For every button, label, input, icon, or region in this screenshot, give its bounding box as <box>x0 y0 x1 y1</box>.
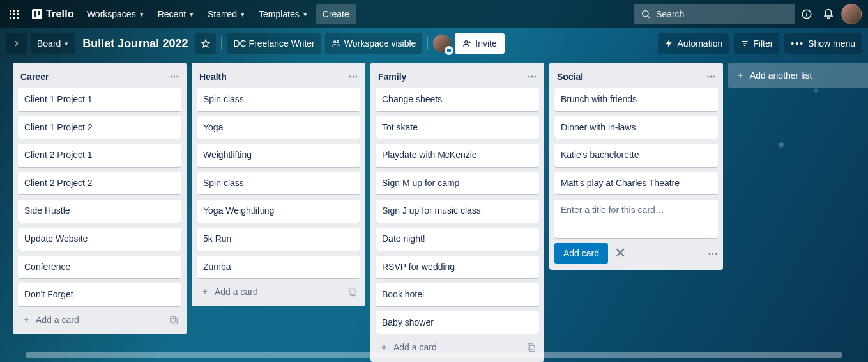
invite-label: Invite <box>475 38 496 49</box>
list-title[interactable]: Family <box>378 72 406 82</box>
card[interactable]: Sign M up for camp <box>376 172 539 195</box>
chevron-down-icon: ▾ <box>190 10 194 19</box>
close-icon[interactable]: ✕ <box>614 245 626 262</box>
svg-rect-25 <box>172 318 177 324</box>
card[interactable]: Client 1 Project 2 <box>18 116 181 139</box>
show-menu-label: Show menu <box>808 38 855 49</box>
card[interactable]: Conference <box>18 256 181 279</box>
card[interactable]: Don't Forget <box>18 283 181 306</box>
visibility-label: Workspace visible <box>344 38 416 49</box>
card[interactable]: Yoga Weightlifting <box>197 200 360 223</box>
card[interactable]: Update Website <box>18 228 181 251</box>
nav-recent[interactable]: Recent ▾ <box>151 4 200 24</box>
plus-icon: ＋ <box>736 70 745 81</box>
card[interactable]: Katie's bachelorette <box>554 144 718 167</box>
list-menu-button[interactable]: ⋯ <box>525 69 539 84</box>
search-input[interactable]: Search <box>634 4 795 24</box>
svg-rect-2 <box>17 10 19 12</box>
workspace-name-chip[interactable]: DC Freelance Writer <box>227 33 321 54</box>
invite-button[interactable]: Invite <box>455 33 504 54</box>
card[interactable]: Client 2 Project 1 <box>18 144 181 167</box>
add-list-button[interactable]: ＋ Add another list <box>728 63 868 88</box>
card[interactable]: Spin class <box>197 88 360 111</box>
add-card-button[interactable]: Add card <box>554 243 608 264</box>
nav-create-label: Create <box>323 9 349 19</box>
card[interactable]: Zumba <box>197 256 360 279</box>
card[interactable]: Change sheets <box>376 88 539 111</box>
svg-rect-0 <box>10 10 11 12</box>
list-family: Family ⋯ Change sheets Tot skate Playdat… <box>370 63 544 362</box>
card[interactable]: Dinner with in-laws <box>554 116 718 139</box>
nav-create-button[interactable]: Create <box>316 4 356 24</box>
card[interactable]: RSVP for wedding <box>376 256 539 279</box>
app-switcher-icon[interactable] <box>3 4 26 24</box>
top-nav: Trello Workspaces ▾ Recent ▾ Starred ▾ T… <box>0 0 868 28</box>
card[interactable]: Client 1 Project 1 <box>18 88 181 111</box>
nav-templates[interactable]: Templates ▾ <box>252 4 314 24</box>
board-canvas[interactable]: Career ⋯ Client 1 Project 1 Client 1 Pro… <box>0 59 868 362</box>
card[interactable]: Yoga <box>197 116 360 139</box>
avatar[interactable] <box>841 4 862 24</box>
view-switcher[interactable]: Board ▾ <box>31 33 75 54</box>
star-board-button[interactable] <box>195 33 216 54</box>
card-template-icon[interactable] <box>345 284 360 299</box>
list-title[interactable]: Career <box>20 72 49 82</box>
add-card-label: Add a card <box>393 342 437 352</box>
svg-rect-3 <box>10 13 11 15</box>
expand-sidebar-button[interactable] <box>6 33 27 54</box>
card[interactable]: Baby shower <box>376 311 539 334</box>
nav-workspaces[interactable]: Workspaces ▾ <box>80 4 150 24</box>
list-menu-button[interactable]: ⋯ <box>167 69 181 84</box>
card[interactable]: Playdate with McKenzie <box>376 144 539 167</box>
svg-rect-26 <box>349 288 354 294</box>
card[interactable]: Client 2 Project 2 <box>18 172 181 195</box>
info-icon[interactable] <box>796 4 817 24</box>
board-member-avatar[interactable] <box>433 35 451 52</box>
workspace-name-label: DC Freelance Writer <box>233 38 314 49</box>
add-card-link[interactable]: ＋ Add a card <box>19 311 166 328</box>
board-bar: Board ▾ Bullet Journal 2022 DC Freelance… <box>0 28 868 59</box>
show-menu-button[interactable]: ••• Show menu <box>784 33 862 54</box>
board-title[interactable]: Bullet Journal 2022 <box>79 37 192 51</box>
add-list-label: Add another list <box>750 70 812 81</box>
filter-button[interactable]: Filter <box>734 33 779 54</box>
svg-rect-1 <box>13 10 15 12</box>
svg-point-13 <box>806 12 807 13</box>
card[interactable]: Spin class <box>197 172 360 195</box>
card[interactable]: Matt's play at Charles Theatre <box>554 172 718 195</box>
card[interactable]: Date night! <box>376 228 539 251</box>
add-card-link[interactable]: ＋ Add a card <box>198 283 345 300</box>
people-icon <box>331 39 340 48</box>
automation-button[interactable]: Automation <box>658 33 729 54</box>
list-title[interactable]: Social <box>557 72 583 82</box>
svg-rect-4 <box>13 13 15 15</box>
card-template-icon[interactable] <box>166 312 181 327</box>
card[interactable]: Weightlifting <box>197 144 360 167</box>
list-menu-button[interactable]: ⋯ <box>346 69 360 84</box>
card[interactable]: Brunch with friends <box>554 88 718 111</box>
card-composer-input[interactable]: Enter a title for this card… <box>554 200 718 238</box>
card[interactable]: Tot skate <box>376 116 539 139</box>
svg-rect-29 <box>529 346 535 352</box>
notifications-icon[interactable] <box>818 4 839 24</box>
list-title[interactable]: Health <box>199 72 227 82</box>
list-health: Health ⋯ Spin class Yoga Weightlifting S… <box>192 63 365 306</box>
svg-rect-28 <box>528 344 533 350</box>
card[interactable]: 5k Run <box>197 228 360 251</box>
card[interactable]: Book hotel <box>376 283 539 306</box>
list-social: Social ⋯ Brunch with friends Dinner with… <box>549 63 723 270</box>
trello-logo-icon <box>32 9 42 19</box>
automation-label: Automation <box>677 38 722 49</box>
card[interactable]: Sign J up for music class <box>376 200 539 223</box>
visibility-chip[interactable]: Workspace visible <box>325 33 423 54</box>
view-switcher-label: Board <box>37 38 61 49</box>
list-menu-button[interactable]: ⋯ <box>704 69 718 84</box>
nav-starred[interactable]: Starred ▾ <box>201 4 251 24</box>
horizontal-scrollbar[interactable] <box>26 352 842 358</box>
composer-options-icon[interactable]: ⋯ <box>708 248 718 260</box>
svg-point-9 <box>643 11 648 17</box>
card[interactable]: Side Hustle <box>18 200 181 223</box>
trello-logo[interactable]: Trello <box>27 8 79 20</box>
person-plus-icon <box>462 39 471 48</box>
plus-icon: ＋ <box>22 314 31 326</box>
